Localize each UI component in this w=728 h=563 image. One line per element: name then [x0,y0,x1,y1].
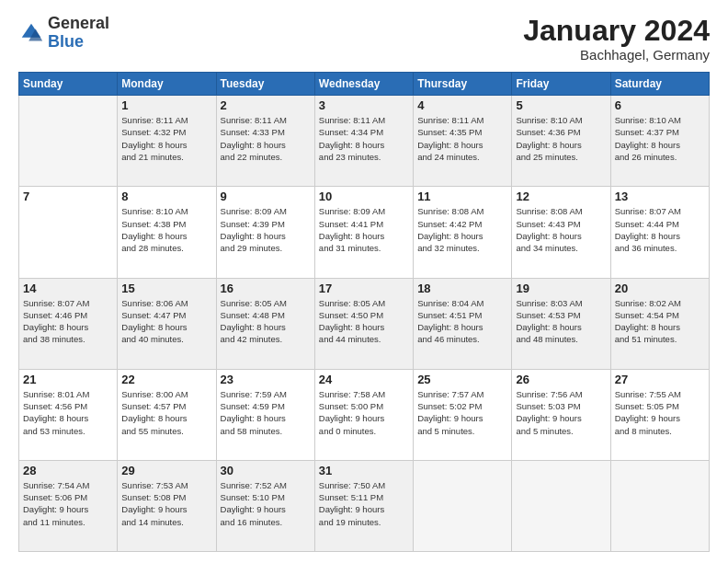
table-row: 21Sunrise: 8:01 AM Sunset: 4:56 PM Dayli… [19,369,118,460]
table-row: 19Sunrise: 8:03 AM Sunset: 4:53 PM Dayli… [512,278,610,369]
table-row: 4Sunrise: 8:11 AM Sunset: 4:35 PM Daylig… [414,96,512,187]
table-row: 6Sunrise: 8:10 AM Sunset: 4:37 PM Daylig… [610,96,709,187]
calendar-row: 78Sunrise: 8:10 AM Sunset: 4:38 PM Dayli… [19,187,710,278]
day-number: 30 [221,464,311,477]
day-number: 31 [319,464,409,477]
table-row: 10Sunrise: 8:09 AM Sunset: 4:41 PM Dayli… [314,187,413,278]
table-row: 23Sunrise: 7:59 AM Sunset: 4:59 PM Dayli… [216,369,314,460]
day-number: 24 [319,373,409,386]
calendar-row: 1Sunrise: 8:11 AM Sunset: 4:32 PM Daylig… [19,96,710,187]
logo: General Blue [18,15,109,52]
day-number: 29 [121,464,211,477]
header-saturday: Saturday [610,73,709,96]
weekday-header-row: Sunday Monday Tuesday Wednesday Thursday… [19,73,710,96]
calendar-table: Sunday Monday Tuesday Wednesday Thursday… [18,72,710,552]
table-row: 31Sunrise: 7:50 AM Sunset: 5:11 PM Dayli… [314,460,413,551]
day-number: 14 [23,282,113,295]
day-info: Sunrise: 8:05 AM Sunset: 4:50 PM Dayligh… [319,297,409,346]
table-row: 26Sunrise: 7:56 AM Sunset: 5:03 PM Dayli… [512,369,610,460]
day-number: 5 [516,98,606,112]
location: Bachhagel, Germany [523,47,710,63]
logo-general: General [48,14,109,32]
day-number: 27 [615,373,705,386]
day-number: 17 [319,282,409,295]
table-row: 15Sunrise: 8:06 AM Sunset: 4:47 PM Dayli… [118,278,216,369]
day-info: Sunrise: 8:08 AM Sunset: 4:42 PM Dayligh… [417,205,507,254]
day-info: Sunrise: 8:10 AM Sunset: 4:38 PM Dayligh… [121,205,211,254]
day-number: 11 [417,190,507,203]
day-info: Sunrise: 8:08 AM Sunset: 4:43 PM Dayligh… [516,205,606,254]
day-number: 19 [516,282,606,295]
table-row: 8Sunrise: 8:10 AM Sunset: 4:38 PM Daylig… [118,187,216,278]
day-number: 13 [615,190,705,203]
table-row: 24Sunrise: 7:58 AM Sunset: 5:00 PM Dayli… [314,369,413,460]
day-number: 18 [417,282,507,295]
table-row: 2Sunrise: 8:11 AM Sunset: 4:33 PM Daylig… [216,96,314,187]
header-monday: Monday [118,73,216,96]
day-number: 12 [516,190,606,203]
day-info: Sunrise: 8:03 AM Sunset: 4:53 PM Dayligh… [516,297,606,346]
table-row: 3Sunrise: 8:11 AM Sunset: 4:34 PM Daylig… [314,96,413,187]
day-info: Sunrise: 7:50 AM Sunset: 5:11 PM Dayligh… [319,479,409,528]
day-number: 9 [221,190,311,203]
logo-text: General Blue [48,15,109,52]
day-info: Sunrise: 8:10 AM Sunset: 4:37 PM Dayligh… [615,114,705,163]
day-number: 20 [615,282,705,295]
day-number: 21 [23,373,113,386]
logo-blue-text: Blue [48,32,84,51]
table-row: 16Sunrise: 8:05 AM Sunset: 4:48 PM Dayli… [216,278,314,369]
day-info: Sunrise: 8:11 AM Sunset: 4:35 PM Dayligh… [417,114,507,163]
table-row: 5Sunrise: 8:10 AM Sunset: 4:36 PM Daylig… [512,96,610,187]
day-info: Sunrise: 8:07 AM Sunset: 4:44 PM Dayligh… [615,205,705,254]
day-number: 6 [615,98,705,112]
table-row [19,96,118,187]
header: General Blue January 2024 Bachhagel, Ger… [18,15,710,63]
day-info: Sunrise: 7:57 AM Sunset: 5:02 PM Dayligh… [417,388,507,437]
table-row: 13Sunrise: 8:07 AM Sunset: 4:44 PM Dayli… [610,187,709,278]
calendar-row: 28Sunrise: 7:54 AM Sunset: 5:06 PM Dayli… [19,460,710,551]
table-row: 14Sunrise: 8:07 AM Sunset: 4:46 PM Dayli… [19,278,118,369]
table-row: 12Sunrise: 8:08 AM Sunset: 4:43 PM Dayli… [512,187,610,278]
day-number: 15 [121,282,211,295]
table-row: 30Sunrise: 7:52 AM Sunset: 5:10 PM Dayli… [216,460,314,551]
calendar-row: 14Sunrise: 8:07 AM Sunset: 4:46 PM Dayli… [19,278,710,369]
table-row: 29Sunrise: 7:53 AM Sunset: 5:08 PM Dayli… [118,460,216,551]
day-number: 23 [221,373,311,386]
day-info: Sunrise: 8:09 AM Sunset: 4:41 PM Dayligh… [319,205,409,254]
day-info: Sunrise: 7:56 AM Sunset: 5:03 PM Dayligh… [516,388,606,437]
day-number: 28 [23,464,113,477]
table-row: 25Sunrise: 7:57 AM Sunset: 5:02 PM Dayli… [414,369,512,460]
day-info: Sunrise: 8:11 AM Sunset: 4:33 PM Dayligh… [221,114,311,163]
day-number: 16 [221,282,311,295]
day-info: Sunrise: 7:54 AM Sunset: 5:06 PM Dayligh… [23,479,113,528]
table-row: 18Sunrise: 8:04 AM Sunset: 4:51 PM Dayli… [414,278,512,369]
table-row: 9Sunrise: 8:09 AM Sunset: 4:39 PM Daylig… [216,187,314,278]
day-number: 8 [121,190,211,203]
logo-icon [18,20,44,46]
table-row: 7 [19,187,118,278]
table-row: 11Sunrise: 8:08 AM Sunset: 4:42 PM Dayli… [414,187,512,278]
day-info: Sunrise: 7:58 AM Sunset: 5:00 PM Dayligh… [319,388,409,437]
day-info: Sunrise: 8:10 AM Sunset: 4:36 PM Dayligh… [516,114,606,163]
calendar-row: 21Sunrise: 8:01 AM Sunset: 4:56 PM Dayli… [19,369,710,460]
header-thursday: Thursday [414,73,512,96]
table-row: 17Sunrise: 8:05 AM Sunset: 4:50 PM Dayli… [314,278,413,369]
day-info: Sunrise: 7:59 AM Sunset: 4:59 PM Dayligh… [221,388,311,437]
day-info: Sunrise: 8:05 AM Sunset: 4:48 PM Dayligh… [221,297,311,346]
day-info: Sunrise: 8:09 AM Sunset: 4:39 PM Dayligh… [221,205,311,254]
title-block: January 2024 Bachhagel, Germany [523,15,710,63]
day-number: 7 [23,190,113,203]
header-friday: Friday [512,73,610,96]
day-number: 4 [417,98,507,112]
day-info: Sunrise: 8:06 AM Sunset: 4:47 PM Dayligh… [121,297,211,346]
day-info: Sunrise: 7:55 AM Sunset: 5:05 PM Dayligh… [615,388,705,437]
header-sunday: Sunday [19,73,118,96]
table-row [512,460,610,551]
day-info: Sunrise: 8:04 AM Sunset: 4:51 PM Dayligh… [417,297,507,346]
day-info: Sunrise: 8:00 AM Sunset: 4:57 PM Dayligh… [121,388,211,437]
header-tuesday: Tuesday [216,73,314,96]
day-number: 2 [221,98,311,112]
table-row: 1Sunrise: 8:11 AM Sunset: 4:32 PM Daylig… [118,96,216,187]
table-row: 28Sunrise: 7:54 AM Sunset: 5:06 PM Dayli… [19,460,118,551]
table-row [414,460,512,551]
